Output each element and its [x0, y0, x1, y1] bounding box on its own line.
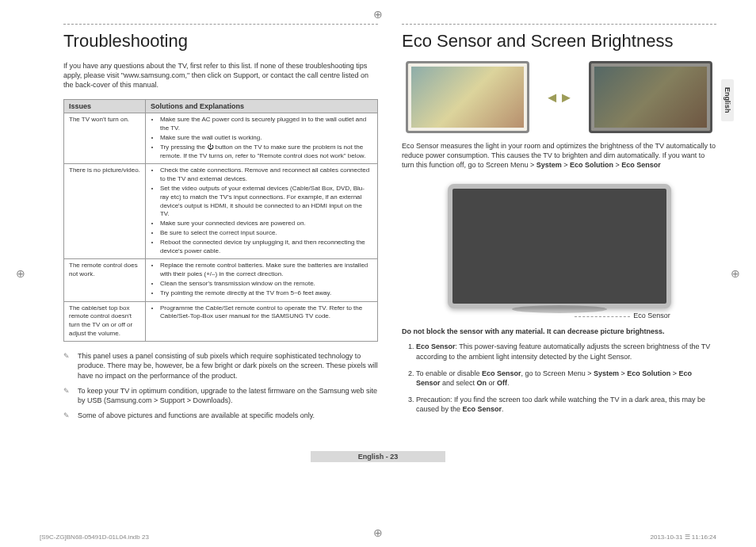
solution-cell: Replace the remote control batteries. Ma… [145, 259, 377, 301]
issues-table: Issues Solutions and Explanations The TV… [63, 99, 378, 341]
eco-description: Eco Sensor measures the light in your ro… [402, 141, 716, 170]
language-tab: English [721, 79, 734, 121]
bold-text: Eco Solution [570, 161, 613, 169]
rule-left [63, 24, 378, 25]
table-row: The remote control does not work. Replac… [64, 259, 378, 301]
text: > [562, 161, 570, 169]
bold-text: Eco Sensor [621, 161, 661, 169]
text: > [619, 369, 627, 377]
solution-item: Try pointing the remote directly at the … [160, 289, 372, 298]
eco-step: Precaution: If you find the screen too d… [416, 395, 716, 415]
solution-item: Be sure to select the correct input sour… [160, 229, 372, 238]
text: . [502, 405, 504, 413]
solution-item: Check the cable connections. Remove and … [160, 166, 372, 184]
text: and select [441, 379, 477, 387]
notes-list: This panel uses a panel consisting of su… [63, 351, 378, 421]
note-item: To keep your TV in optimum condition, up… [63, 386, 378, 406]
text: . [507, 379, 510, 387]
table-row: The cable/set top box remote control doe… [64, 301, 378, 341]
th-issues: Issues [64, 100, 146, 113]
bold-text: Off [497, 379, 507, 387]
bold-text: System [594, 369, 619, 377]
eco-sensor-label: Eco Sensor [633, 312, 670, 319]
solution-item: Clean the sensor's transmission window o… [160, 280, 372, 289]
bold-text: Eco Solution [627, 369, 670, 377]
solution-item: Replace the remote control batteries. Ma… [160, 262, 372, 279]
text: > [670, 369, 678, 377]
register-mark-left: ⊕ [16, 267, 25, 280]
solution-item: Make sure the AC power cord is securely … [160, 116, 372, 133]
register-mark-right: ⊕ [731, 267, 740, 280]
bold-text: Eco Sensor [463, 405, 502, 413]
eco-warning: Do not block the sensor with any materia… [402, 327, 716, 335]
print-timestamp: 2013-10-31 ☰ 11:16:24 [650, 534, 716, 541]
eco-step: Eco Sensor: This power-saving feature au… [416, 342, 716, 361]
solution-cell: Check the cable connections. Remove and … [145, 164, 377, 259]
page-number: English - 23 [311, 451, 446, 462]
tv-thumb-dim [589, 61, 712, 133]
solution-item: Programme the Cable/Set remote control t… [160, 304, 372, 322]
eco-sensor-callout: Eco Sensor [575, 312, 716, 319]
issue-cell: The cable/set top box remote control doe… [64, 301, 146, 341]
eco-title: Eco Sensor and Screen Brightness [402, 31, 716, 52]
text: or [487, 379, 497, 387]
double-arrow-icon: ◄► [545, 90, 574, 105]
register-mark-top: ⊕ [373, 8, 383, 21]
table-row: There is no picture/video. Check the cab… [64, 164, 378, 259]
eco-step: To enable or disable Eco Sensor, go to S… [416, 369, 716, 388]
troubleshooting-column: Troubleshooting If you have any question… [63, 24, 378, 425]
issue-cell: The remote control does not work. [64, 259, 146, 301]
tv-big [448, 184, 671, 308]
bold-text: Eco Sensor [416, 342, 456, 350]
tv-brightness-illustration: ◄► [402, 61, 716, 133]
text: : This power-saving feature automaticall… [416, 342, 710, 361]
note-item: Some of above pictures and functions are… [63, 411, 378, 421]
print-file: [S9C-ZG]BN68-05491D-01L04.indb 23 [40, 534, 149, 541]
troubleshooting-intro: If you have any questions about the TV, … [63, 61, 378, 90]
solution-item: Try pressing the ⏻ button on the TV to m… [160, 143, 372, 161]
solution-item: Reboot the connected device by unpluggin… [160, 239, 372, 256]
tv-thumb-bright [406, 61, 529, 133]
note-item: This panel uses a panel consisting of su… [63, 351, 378, 381]
solution-cell: Programme the Cable/Set remote control t… [145, 301, 377, 341]
text: To enable or disable [416, 369, 482, 377]
rule-right [402, 24, 716, 25]
issue-cell: The TV won't turn on. [64, 113, 146, 164]
solution-item: Set the video outputs of your external d… [160, 185, 372, 219]
text: Precaution: If you find the screen too d… [416, 396, 705, 414]
th-solutions: Solutions and Explanations [145, 100, 377, 113]
eco-steps: Eco Sensor: This power-saving feature au… [402, 342, 716, 415]
troubleshooting-title: Troubleshooting [63, 31, 378, 52]
register-mark-bottom: ⊕ [373, 526, 383, 539]
solution-cell: Make sure the AC power cord is securely … [145, 113, 377, 164]
solution-item: Make sure your connected devices are pow… [160, 220, 372, 228]
bold-text: System [536, 161, 562, 169]
text: , go to Screen Menu > [521, 369, 594, 377]
eco-column: Eco Sensor and Screen Brightness ◄► Eco … [402, 24, 716, 425]
table-row: The TV won't turn on. Make sure the AC p… [64, 113, 378, 164]
tv-sensor-illustration: Eco Sensor [402, 184, 716, 319]
text: > [613, 161, 621, 169]
issue-cell: There is no picture/video. [64, 164, 146, 259]
bold-text: Eco Sensor [482, 369, 521, 377]
solution-item: Make sure the wall outlet is working. [160, 134, 372, 143]
bold-text: On [477, 379, 487, 387]
page-footer: English - 23 [0, 451, 756, 462]
